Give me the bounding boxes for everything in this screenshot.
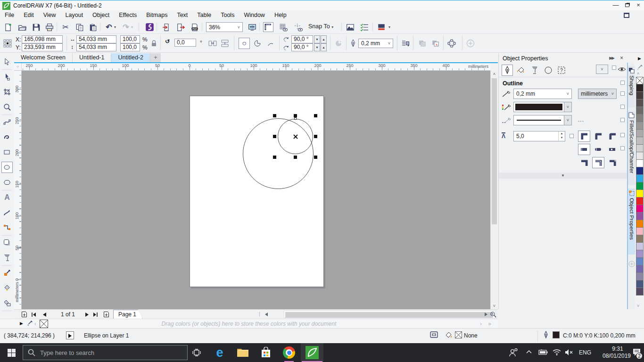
menu-edit[interactable]: Edit — [19, 10, 39, 20]
smart-fill-tool[interactable] — [1, 282, 13, 294]
corel-connect-button[interactable] — [144, 22, 155, 32]
artistic-media-tool[interactable] — [1, 132, 13, 143]
launch-dropdown[interactable]: ▾ — [387, 22, 392, 32]
doc-tab-untitled-2[interactable]: Untitled-2 — [111, 53, 150, 62]
drawing-canvas[interactable] — [22, 71, 490, 309]
cap-square-button[interactable] — [578, 144, 590, 155]
connector-tool[interactable] — [1, 222, 13, 233]
menu-table[interactable]: Table — [192, 10, 216, 20]
selection-center-marker[interactable] — [293, 134, 298, 139]
corner-miter-button[interactable] — [578, 131, 590, 142]
palette-color-swatch[interactable] — [636, 145, 644, 152]
menu-view[interactable]: View — [39, 10, 61, 20]
miter-checkbox[interactable] — [570, 134, 574, 138]
wrap-text-button[interactable] — [400, 38, 411, 49]
palette-color-swatch[interactable] — [636, 197, 644, 205]
docpal-scroll-right[interactable]: › — [480, 321, 482, 327]
publish-pdf-button[interactable]: PDF — [190, 22, 200, 32]
docker-expand-button[interactable]: ▼ — [499, 173, 627, 179]
menu-layout[interactable]: Layout — [61, 10, 88, 20]
palette-color-swatch[interactable] — [636, 175, 644, 182]
palette-color-swatch[interactable] — [636, 92, 644, 99]
palette-color-swatch[interactable] — [636, 220, 644, 228]
rectangle-tool[interactable] — [1, 147, 13, 158]
scroll-down-button[interactable]: ˅ — [491, 304, 498, 308]
outline-section-checkbox[interactable] — [620, 81, 625, 85]
outline-width-select[interactable]: 0,2 mm˅ — [358, 39, 393, 48]
cut-button[interactable]: ✂ — [60, 22, 71, 32]
rotation-angle-input[interactable]: 0,0 — [174, 39, 196, 47]
page-1-tab[interactable]: Page 1 — [113, 310, 142, 319]
scale-h-input[interactable]: 100,0 — [120, 35, 140, 43]
start-button[interactable] — [0, 343, 23, 362]
redo-dropdown[interactable]: ▾ — [129, 22, 135, 32]
start-angle-up[interactable]: ▲ — [321, 35, 327, 43]
scroll-sections-button[interactable]: ˅ — [596, 65, 608, 74]
new-document-button[interactable] — [3, 22, 13, 32]
ellipse-tool[interactable] — [1, 162, 13, 173]
corner-round-button[interactable] — [592, 131, 604, 142]
paste-button[interactable] — [88, 22, 98, 32]
zoom-level-select[interactable]: 36%˅ — [206, 22, 243, 32]
polygon-tool[interactable] — [1, 177, 13, 188]
corner-bevel-button[interactable] — [606, 131, 619, 142]
selection-handle-nw[interactable] — [273, 114, 276, 117]
menu-bitmaps[interactable]: Bitmaps — [141, 10, 172, 20]
miter-spinner[interactable]: ▲▼ — [558, 132, 565, 141]
volume-muted-tray-icon[interactable] — [565, 349, 573, 355]
palette-color-swatch[interactable] — [636, 205, 644, 213]
restore-button[interactable] — [621, 0, 633, 10]
docker-tab-shaping[interactable]: Shaping — [628, 66, 635, 107]
outline-style-checkbox[interactable] — [620, 118, 625, 122]
lock-ratio-icon[interactable] — [151, 40, 157, 47]
palette-color-swatch[interactable] — [636, 182, 644, 190]
end-angle-input[interactable]: 90,0 ° — [291, 43, 313, 51]
scale-v-input[interactable]: 100,0 — [120, 43, 140, 51]
selection-handle-n[interactable] — [294, 114, 297, 117]
fill-none-swatch[interactable] — [455, 331, 462, 338]
selection-handle-ne[interactable] — [314, 114, 317, 117]
pie-mode-button[interactable] — [252, 38, 263, 49]
open-button[interactable] — [17, 22, 27, 32]
people-tray-icon[interactable] — [508, 348, 519, 357]
drop-shadow-tool[interactable] — [1, 237, 13, 248]
coords-flyout-button[interactable] — [66, 331, 74, 339]
menu-effects[interactable]: Effects — [114, 10, 141, 20]
last-page-button[interactable] — [91, 310, 99, 319]
store-taskbar-icon[interactable] — [255, 343, 277, 362]
wifi-tray-icon[interactable] — [553, 349, 561, 355]
transparency-section-tab[interactable] — [531, 66, 538, 74]
zoom-tool[interactable] — [1, 101, 13, 113]
options-button[interactable] — [345, 22, 355, 32]
selection-handle-se[interactable] — [314, 156, 317, 159]
ellipse-top-node[interactable] — [294, 117, 297, 120]
palette-color-swatch[interactable] — [636, 167, 644, 175]
color-eyedropper-tool[interactable] — [1, 267, 13, 279]
palette-color-swatch[interactable] — [636, 280, 644, 288]
first-page-button[interactable] — [30, 310, 38, 319]
palette-color-swatch[interactable] — [636, 265, 644, 273]
outline-outside-button[interactable] — [578, 157, 590, 168]
doc-tab-untitled-1[interactable]: Untitled-1 — [73, 53, 112, 62]
outline-color-select[interactable]: ˅ — [513, 102, 572, 112]
interactive-fill-tool[interactable] — [1, 297, 13, 309]
menu-help[interactable]: Help — [270, 10, 291, 20]
y-position-input[interactable]: 233,593 mm — [22, 43, 63, 51]
palette-color-swatch[interactable] — [636, 250, 644, 258]
selection-handle-s[interactable] — [294, 156, 297, 159]
add-page-start-button[interactable] — [20, 310, 28, 319]
fill-section-tab[interactable] — [517, 66, 525, 74]
menu-object[interactable]: Object — [88, 10, 114, 20]
palette-color-swatch[interactable] — [636, 243, 644, 250]
coreldraw-taskbar-icon[interactable] — [301, 343, 323, 362]
start-angle-input[interactable]: 90,0 ° — [291, 35, 313, 43]
palette-scroll-down-button[interactable]: ˅ — [637, 304, 639, 308]
language-indicator[interactable]: ENG — [579, 349, 591, 356]
battery-tray-icon[interactable] — [538, 349, 548, 355]
palette-color-swatch[interactable] — [636, 190, 644, 197]
palette-color-swatch[interactable] — [636, 122, 644, 130]
palette-color-swatch[interactable] — [636, 99, 644, 107]
clock-date[interactable]: 08/01/2019 — [598, 353, 636, 359]
scroll-up-button[interactable]: ˄ — [491, 72, 498, 76]
chrome-taskbar-icon[interactable] — [278, 343, 300, 362]
